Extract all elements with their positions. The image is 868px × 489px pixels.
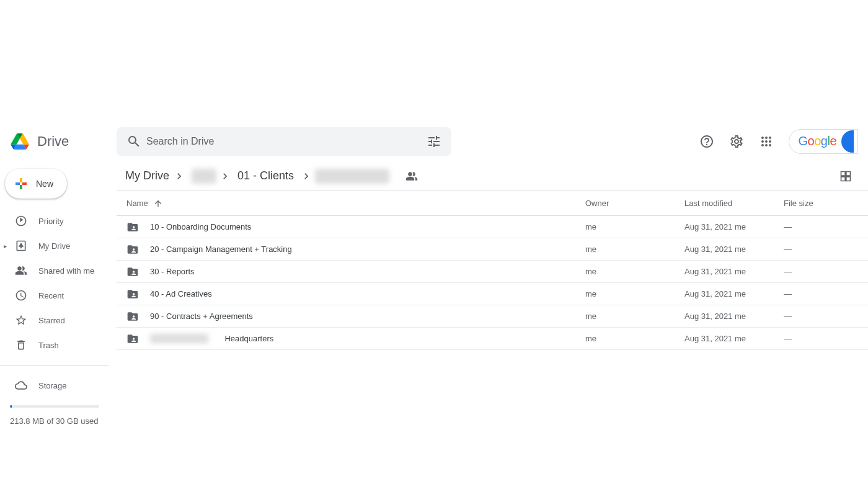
file-owner-cell: me (585, 289, 684, 298)
app-name: Drive (37, 133, 69, 150)
file-modified-cell: Aug 31, 2021 me (684, 244, 784, 254)
sidebar-item-label: Recent (38, 291, 64, 300)
file-name-cell: 30 - Reports (126, 266, 585, 278)
sort-ascending-icon (153, 199, 163, 209)
search-input[interactable] (146, 136, 422, 147)
sidebar-divider (0, 365, 109, 366)
table-row[interactable]: ....HeadquartersmeAug 31, 2021 me— (117, 328, 868, 350)
breadcrumb-redacted-2[interactable] (315, 169, 389, 184)
shared-folder-icon (126, 288, 139, 300)
file-owner-cell: me (585, 334, 684, 343)
breadcrumb: My Drive 01 - Clients (117, 164, 833, 189)
sidebar-item-label: Trash (38, 341, 59, 350)
table-row[interactable]: 20 - Campaign Management + TrackingmeAug… (117, 238, 868, 261)
trash-icon (15, 339, 27, 351)
sidebar-item-label: My Drive (38, 241, 70, 251)
table-row[interactable]: 40 - Ad CreativesmeAug 31, 2021 me— (117, 283, 868, 305)
new-button-label: New (36, 179, 53, 189)
column-name-header[interactable]: Name (126, 199, 585, 209)
recent-icon (15, 289, 27, 302)
file-size-cell: — (784, 267, 858, 276)
file-modified-cell: Aug 31, 2021 me (684, 334, 784, 343)
shared-folder-icon (126, 221, 139, 233)
column-name-label: Name (126, 199, 148, 208)
google-account-chip[interactable]: Google (789, 129, 858, 154)
help-icon[interactable] (694, 129, 719, 154)
my-drive-icon (15, 240, 27, 252)
avatar (841, 130, 854, 153)
file-name-cell: 40 - Ad Creatives (126, 288, 585, 300)
file-name-label: 30 - Reports (150, 267, 195, 276)
file-size-cell: — (784, 222, 858, 231)
file-name-label: 90 - Contracts + Agreements (150, 312, 253, 321)
file-list: 10 - Onboarding DocumentsmeAug 31, 2021 … (117, 216, 868, 350)
sidebar-item-shared[interactable]: Shared with me (0, 258, 109, 283)
sidebar-item-label: Starred (38, 316, 65, 325)
topbar: Drive Google (0, 122, 868, 161)
file-size-cell: — (784, 312, 858, 321)
column-modified-header[interactable]: Last modified (684, 199, 784, 208)
chevron-right-icon (300, 170, 312, 182)
sidebar-item-label: Storage (38, 381, 67, 390)
file-name-label: Headquarters (224, 334, 273, 343)
file-name-cell: 10 - Onboarding Documents (126, 221, 585, 233)
breadcrumb-clients[interactable]: 01 - Clients (234, 167, 298, 185)
sidebar-item-label: Shared with me (38, 266, 94, 276)
storage-usage-text: 213.8 MB of 30 GB used (0, 413, 109, 429)
column-size-header[interactable]: File size (784, 199, 858, 208)
sidebar-item-label: Priority (38, 217, 63, 226)
file-size-cell: — (784, 289, 858, 298)
file-size-cell: — (784, 244, 858, 254)
table-row[interactable]: 90 - Contracts + AgreementsmeAug 31, 202… (117, 305, 868, 328)
shared-folder-icon (126, 310, 139, 323)
file-name-cell: 90 - Contracts + Agreements (126, 310, 585, 323)
file-modified-cell: Aug 31, 2021 me (684, 289, 784, 298)
toolbar: My Drive 01 - Clients (117, 161, 868, 191)
file-owner-cell: me (585, 267, 684, 276)
manage-access-icon[interactable] (399, 164, 424, 189)
sidebar-item-my-drive[interactable]: My Drive (0, 233, 109, 258)
grid-view-icon[interactable] (833, 164, 858, 189)
sidebar-item-recent[interactable]: Recent (0, 283, 109, 308)
file-owner-cell: me (585, 312, 684, 321)
column-owner-header[interactable]: Owner (585, 199, 684, 208)
chevron-right-icon (173, 170, 185, 182)
new-button[interactable]: New (5, 169, 67, 199)
breadcrumb-redacted-1[interactable] (192, 169, 216, 184)
file-name-label: 40 - Ad Creatives (150, 289, 212, 298)
redacted-prefix: .... (150, 334, 208, 343)
file-size-cell: — (784, 334, 858, 343)
drive-logo-link[interactable]: Drive (5, 129, 117, 154)
breadcrumb-root-label: My Drive (125, 169, 169, 182)
file-modified-cell: Aug 31, 2021 me (684, 222, 784, 231)
breadcrumb-root[interactable]: My Drive (122, 167, 189, 185)
sidebar-item-storage[interactable]: Storage (0, 373, 109, 398)
search-bar (117, 127, 451, 156)
chevron-right-icon (219, 170, 231, 182)
table-row[interactable]: 10 - Onboarding DocumentsmeAug 31, 2021 … (117, 216, 868, 238)
google-logo-text: Google (798, 134, 836, 148)
apps-grid-icon[interactable] (754, 129, 779, 154)
search-options-icon[interactable] (422, 129, 446, 154)
file-modified-cell: Aug 31, 2021 me (684, 267, 784, 276)
sidebar: New Priority My Drive Shared with me Re (0, 161, 109, 489)
file-owner-cell: me (585, 222, 684, 231)
search-icon[interactable] (122, 129, 146, 154)
file-modified-cell: Aug 31, 2021 me (684, 312, 784, 321)
sidebar-item-trash[interactable]: Trash (0, 333, 109, 357)
table-row[interactable]: 30 - ReportsmeAug 31, 2021 me— (117, 261, 868, 283)
storage-progress-bar (10, 405, 99, 408)
shared-folder-icon (126, 266, 139, 278)
storage-icon (15, 379, 27, 392)
main-content: My Drive 01 - Clients (109, 161, 868, 489)
column-header-row: Name Owner Last modified File size (117, 191, 868, 216)
drive-logo-icon (7, 129, 32, 154)
settings-icon[interactable] (724, 129, 749, 154)
sidebar-item-starred[interactable]: Starred (0, 308, 109, 333)
priority-icon (15, 215, 27, 227)
sidebar-item-priority[interactable]: Priority (0, 209, 109, 233)
shared-folder-icon (126, 243, 139, 256)
file-name-cell: ....Headquarters (126, 333, 585, 345)
starred-icon (15, 314, 27, 326)
file-name-cell: 20 - Campaign Management + Tracking (126, 243, 585, 256)
